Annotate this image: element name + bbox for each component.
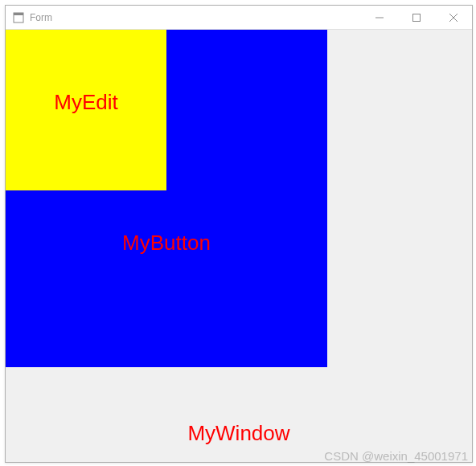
app-icon [12,11,25,24]
app-window: Form MyWindow MyButton MyEdit [5,5,473,463]
client-area: MyWindow MyButton MyEdit [6,30,472,462]
titlebar: Form [6,6,472,30]
my-edit-widget[interactable]: MyEdit [6,30,166,190]
close-button[interactable] [435,6,472,29]
maximize-button[interactable] [398,6,435,29]
minimize-button[interactable] [361,6,398,29]
window-controls [361,6,472,29]
window-title: Form [30,12,361,23]
svg-rect-1 [14,13,23,15]
my-window-label: MyWindow [187,421,289,446]
my-edit-label: MyEdit [54,90,117,115]
svg-rect-3 [413,14,421,21]
my-button-label: MyButton [122,231,211,255]
